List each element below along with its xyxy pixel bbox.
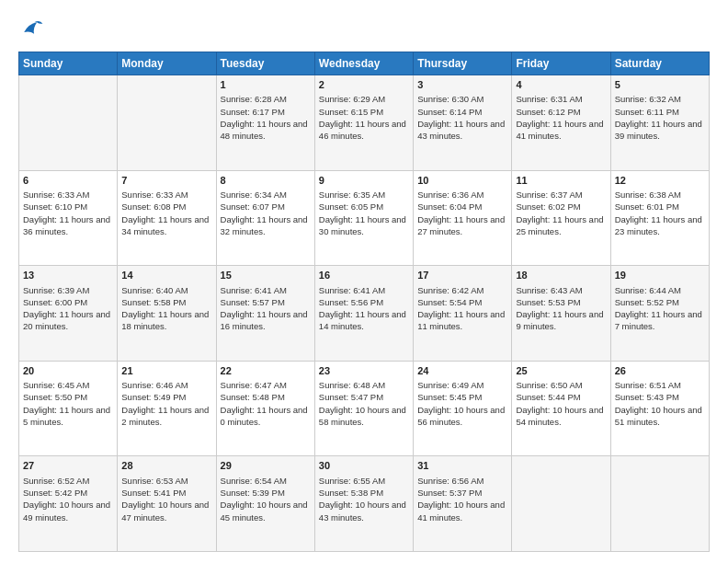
daylight-text: Daylight: 11 hours and 46 minutes. <box>319 119 406 141</box>
sunset-text: Sunset: 5:58 PM <box>121 297 186 307</box>
day-number: 11 <box>516 174 606 188</box>
sunrise-text: Sunrise: 6:32 AM <box>615 94 681 104</box>
sunrise-text: Sunrise: 6:38 AM <box>615 190 681 200</box>
sunset-text: Sunset: 6:17 PM <box>221 107 285 117</box>
sunrise-text: Sunrise: 6:50 AM <box>516 380 582 390</box>
calendar-cell <box>512 456 610 552</box>
sunrise-text: Sunrise: 6:33 AM <box>121 190 188 200</box>
daylight-text: Daylight: 11 hours and 9 minutes. <box>516 309 603 331</box>
weekday-header-sunday: Sunday <box>19 52 118 75</box>
calendar-cell: 16Sunrise: 6:41 AMSunset: 5:56 PMDayligh… <box>314 266 413 362</box>
sunset-text: Sunset: 6:05 PM <box>319 201 383 212</box>
calendar-cell: 19Sunrise: 6:44 AMSunset: 5:52 PMDayligh… <box>610 266 709 362</box>
calendar-cell: 2Sunrise: 6:29 AMSunset: 6:15 PMDaylight… <box>314 75 413 171</box>
sunrise-text: Sunrise: 6:34 AM <box>221 190 287 200</box>
day-number: 17 <box>417 269 507 282</box>
day-number: 31 <box>417 459 507 473</box>
daylight-text: Daylight: 11 hours and 48 minutes. <box>221 119 308 141</box>
daylight-text: Daylight: 10 hours and 54 minutes. <box>516 405 603 427</box>
day-number: 13 <box>23 269 113 282</box>
daylight-text: Daylight: 10 hours and 56 minutes. <box>417 405 505 427</box>
sunrise-text: Sunrise: 6:46 AM <box>121 380 188 390</box>
day-number: 21 <box>121 364 211 378</box>
sunrise-text: Sunrise: 6:43 AM <box>516 285 582 295</box>
day-number: 20 <box>23 364 113 378</box>
sunset-text: Sunset: 6:04 PM <box>417 201 482 212</box>
daylight-text: Daylight: 11 hours and 7 minutes. <box>615 309 702 331</box>
day-number: 16 <box>319 269 409 282</box>
calendar-cell: 7Sunrise: 6:33 AMSunset: 6:08 PMDaylight… <box>118 170 216 266</box>
daylight-text: Daylight: 11 hours and 5 minutes. <box>23 405 110 427</box>
sunset-text: Sunset: 6:12 PM <box>516 107 580 117</box>
calendar-cell: 26Sunrise: 6:51 AMSunset: 5:43 PMDayligh… <box>610 361 709 456</box>
sunset-text: Sunset: 5:43 PM <box>615 392 679 402</box>
page-header <box>18 17 710 42</box>
sunset-text: Sunset: 6:15 PM <box>319 107 383 117</box>
sunrise-text: Sunrise: 6:44 AM <box>615 285 681 295</box>
sunset-text: Sunset: 5:45 PM <box>417 392 482 402</box>
calendar-cell: 6Sunrise: 6:33 AMSunset: 6:10 PMDaylight… <box>19 170 118 266</box>
sunset-text: Sunset: 6:07 PM <box>221 201 285 212</box>
calendar-cell: 13Sunrise: 6:39 AMSunset: 6:00 PMDayligh… <box>19 266 118 362</box>
week-row-2: 6Sunrise: 6:33 AMSunset: 6:10 PMDaylight… <box>19 170 710 266</box>
sunrise-text: Sunrise: 6:47 AM <box>221 380 287 390</box>
daylight-text: Daylight: 10 hours and 49 minutes. <box>23 500 110 522</box>
daylight-text: Daylight: 11 hours and 36 minutes. <box>23 214 110 236</box>
day-number: 15 <box>221 269 311 282</box>
weekday-header-thursday: Thursday <box>414 52 512 75</box>
sunset-text: Sunset: 5:37 PM <box>417 488 482 498</box>
calendar-cell: 22Sunrise: 6:47 AMSunset: 5:48 PMDayligh… <box>216 361 314 456</box>
calendar-cell: 8Sunrise: 6:34 AMSunset: 6:07 PMDaylight… <box>216 170 314 266</box>
sunrise-text: Sunrise: 6:29 AM <box>319 94 385 104</box>
logo-bird-icon <box>18 17 44 42</box>
daylight-text: Daylight: 11 hours and 2 minutes. <box>121 405 209 427</box>
sunset-text: Sunset: 5:48 PM <box>221 392 285 402</box>
day-number: 27 <box>23 459 113 473</box>
sunrise-text: Sunrise: 6:42 AM <box>417 285 483 295</box>
daylight-text: Daylight: 11 hours and 43 minutes. <box>417 119 505 141</box>
day-number: 28 <box>121 459 211 473</box>
calendar-cell <box>118 75 216 171</box>
sunset-text: Sunset: 5:50 PM <box>23 392 87 402</box>
daylight-text: Daylight: 10 hours and 41 minutes. <box>417 500 505 522</box>
day-number: 25 <box>516 364 606 378</box>
day-number: 22 <box>221 364 311 378</box>
calendar-cell <box>19 75 118 171</box>
calendar-cell: 15Sunrise: 6:41 AMSunset: 5:57 PMDayligh… <box>216 266 314 362</box>
sunrise-text: Sunrise: 6:48 AM <box>319 380 385 390</box>
sunrise-text: Sunrise: 6:45 AM <box>23 380 89 390</box>
sunset-text: Sunset: 6:01 PM <box>615 201 679 212</box>
daylight-text: Daylight: 11 hours and 39 minutes. <box>615 119 702 141</box>
day-number: 24 <box>417 364 507 378</box>
sunrise-text: Sunrise: 6:35 AM <box>319 190 385 200</box>
sunset-text: Sunset: 6:11 PM <box>615 107 679 117</box>
sunset-text: Sunset: 6:02 PM <box>516 201 580 212</box>
calendar-cell: 28Sunrise: 6:53 AMSunset: 5:41 PMDayligh… <box>118 456 216 552</box>
sunset-text: Sunset: 5:54 PM <box>417 297 482 307</box>
calendar-cell: 11Sunrise: 6:37 AMSunset: 6:02 PMDayligh… <box>512 170 610 266</box>
sunset-text: Sunset: 5:57 PM <box>221 297 285 307</box>
day-number: 26 <box>615 364 705 378</box>
calendar-cell: 31Sunrise: 6:56 AMSunset: 5:37 PMDayligh… <box>414 456 512 552</box>
calendar-cell: 9Sunrise: 6:35 AMSunset: 6:05 PMDaylight… <box>314 170 413 266</box>
daylight-text: Daylight: 11 hours and 27 minutes. <box>417 214 505 236</box>
daylight-text: Daylight: 10 hours and 47 minutes. <box>121 500 209 522</box>
day-number: 8 <box>221 174 311 188</box>
sunset-text: Sunset: 6:08 PM <box>121 201 186 212</box>
sunrise-text: Sunrise: 6:55 AM <box>319 476 385 486</box>
calendar-cell <box>610 456 709 552</box>
sunset-text: Sunset: 5:56 PM <box>319 297 383 307</box>
sunset-text: Sunset: 6:10 PM <box>23 201 87 212</box>
calendar-table: SundayMondayTuesdayWednesdayThursdayFrid… <box>18 52 710 552</box>
day-number: 7 <box>121 174 211 188</box>
day-number: 4 <box>516 78 606 92</box>
day-number: 10 <box>417 174 507 188</box>
calendar-cell: 24Sunrise: 6:49 AMSunset: 5:45 PMDayligh… <box>414 361 512 456</box>
calendar-cell: 30Sunrise: 6:55 AMSunset: 5:38 PMDayligh… <box>314 456 413 552</box>
daylight-text: Daylight: 11 hours and 11 minutes. <box>417 309 505 331</box>
weekday-header-tuesday: Tuesday <box>216 52 314 75</box>
daylight-text: Daylight: 11 hours and 30 minutes. <box>319 214 406 236</box>
sunrise-text: Sunrise: 6:36 AM <box>417 190 483 200</box>
sunrise-text: Sunrise: 6:37 AM <box>516 190 582 200</box>
sunrise-text: Sunrise: 6:41 AM <box>319 285 385 295</box>
